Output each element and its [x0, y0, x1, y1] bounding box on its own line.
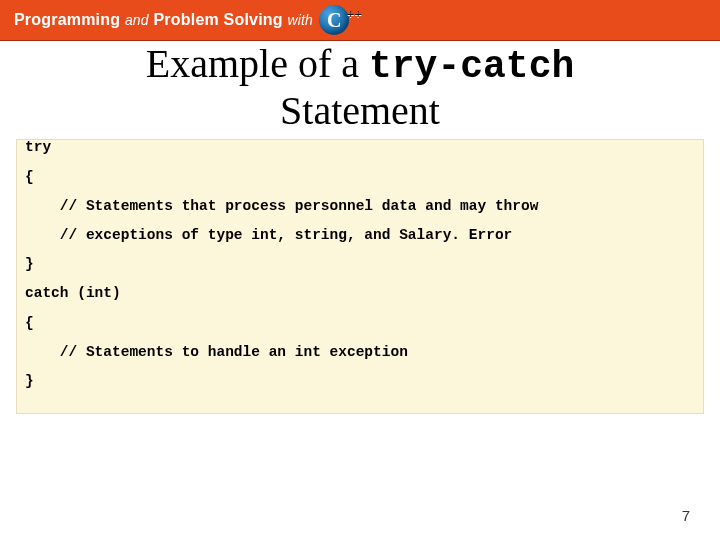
banner-underline	[0, 40, 720, 41]
page-number: 7	[682, 507, 690, 524]
code-line: {	[25, 316, 695, 331]
title-pre: Example of a	[146, 41, 369, 86]
code-line: {	[25, 170, 695, 185]
code-line: // Statements that process personnel dat…	[25, 199, 695, 214]
code-line: }	[25, 374, 695, 389]
slide-title: Example of a try-catch Statement	[0, 42, 720, 133]
code-line: }	[25, 257, 695, 272]
banner-word-programming: Programming	[14, 11, 120, 28]
banner-word-problem-solving: Problem Solving	[154, 11, 283, 28]
cpp-logo: C ++	[319, 4, 362, 36]
header-banner: Programming and Problem Solving with C +…	[0, 0, 720, 40]
code-line: try	[25, 140, 695, 155]
cpp-plus-plus: ++	[347, 6, 362, 22]
cpp-c-icon: C	[319, 5, 349, 35]
banner-text: Programming and Problem Solving with	[14, 11, 313, 29]
banner-and: and	[125, 12, 149, 28]
title-post: Statement	[280, 88, 440, 133]
code-line: catch (int)	[25, 286, 695, 301]
code-block: try { // Statements that process personn…	[16, 139, 704, 414]
code-line: // exceptions of type int, string, and S…	[25, 228, 695, 243]
banner-with: with	[287, 12, 313, 28]
title-mono: try-catch	[369, 45, 574, 88]
code-line: // Statements to handle an int exception	[25, 345, 695, 360]
